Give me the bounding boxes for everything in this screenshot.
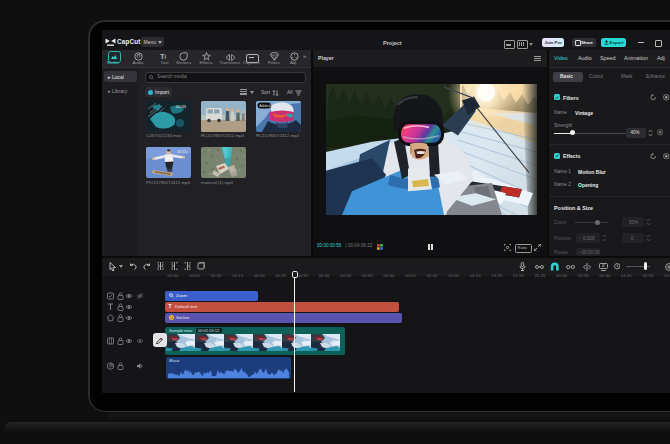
svg-text:Added: Added [259, 103, 270, 108]
svg-text:00:33: 00:33 [176, 104, 187, 109]
svg-text:30:15: 30:15 [177, 149, 188, 154]
